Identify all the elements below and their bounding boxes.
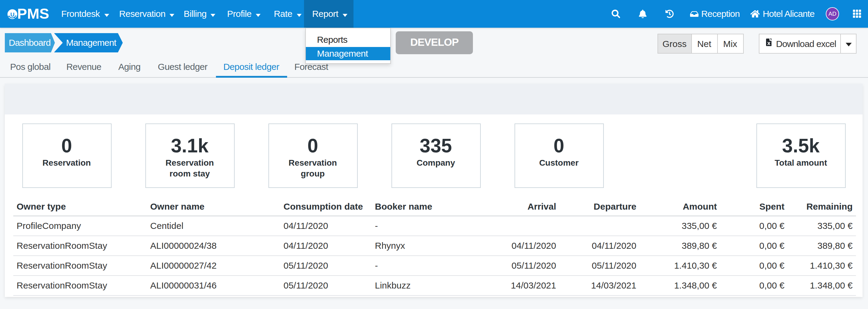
svg-text:U: U (10, 11, 14, 18)
